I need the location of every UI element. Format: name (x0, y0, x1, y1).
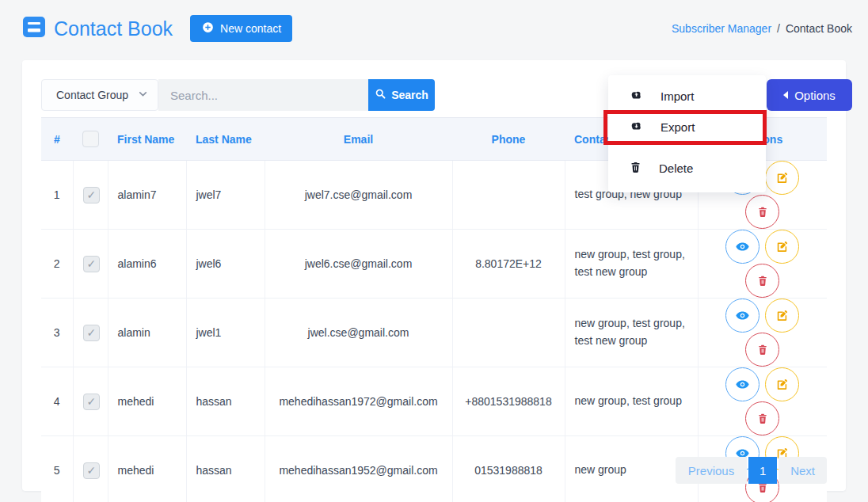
menu-item-delete-label: Delete (659, 162, 693, 175)
row-checkbox[interactable] (83, 462, 100, 479)
first-name-cell: mehedi (108, 367, 186, 436)
edit-icon (775, 309, 789, 322)
new-contact-label: New contact (220, 22, 281, 35)
row-checkbox[interactable] (83, 256, 100, 272)
view-button[interactable] (725, 367, 760, 401)
groups-cell: new group, test group, test new group (565, 299, 698, 367)
row-checkbox-cell (73, 299, 108, 367)
col-index: # (41, 118, 73, 161)
chevron-down-icon (138, 89, 148, 101)
pagination: Previous 1 Next (676, 457, 827, 484)
delete-button[interactable] (745, 264, 779, 298)
cloud-upload-icon (629, 88, 644, 105)
eye-icon (735, 239, 750, 254)
pagination-page-1[interactable]: 1 (748, 457, 777, 484)
edit-button[interactable] (765, 367, 799, 401)
first-name-cell: mehedi (108, 436, 186, 502)
edit-icon (775, 240, 789, 253)
pagination-next[interactable]: Next (779, 457, 827, 484)
options-button[interactable]: Options (767, 79, 852, 111)
new-contact-button[interactable]: New contact (190, 15, 292, 42)
pagination-previous[interactable]: Previous (676, 457, 747, 484)
row-checkbox[interactable] (83, 394, 100, 410)
delete-button[interactable] (745, 333, 779, 367)
brand: Contact Book (22, 15, 173, 42)
first-name-cell: alamin7 (108, 161, 186, 230)
menu-item-export[interactable]: Export (608, 112, 766, 143)
edit-button[interactable] (765, 299, 799, 333)
trash-icon (756, 344, 769, 356)
email-cell: jwel6.cse@gmail.com (265, 230, 452, 299)
last-name-cell: jwel6 (186, 230, 265, 299)
page-title: Contact Book (54, 17, 173, 40)
trash-icon (756, 206, 769, 219)
edit-button[interactable] (765, 230, 799, 264)
col-first-name: First Name (108, 118, 186, 161)
row-index: 3 (41, 299, 73, 367)
top-bar: Contact Book New contact Subscriber Mana… (0, 0, 868, 46)
groups-cell: new group, test group, test new group (565, 230, 698, 299)
eye-icon (735, 308, 750, 323)
view-button[interactable] (725, 299, 760, 333)
groups-cell: new group, test group (565, 367, 698, 436)
menu-item-export-label: Export (661, 120, 695, 134)
row-index: 5 (41, 436, 73, 502)
email-cell: jwel7.cse@gmail.com (265, 161, 452, 230)
menu-item-delete[interactable]: Delete (608, 153, 766, 184)
row-checkbox-cell (73, 367, 108, 436)
row-checkbox-cell (73, 436, 108, 502)
actions-cell (698, 299, 827, 367)
breadcrumb: Subscriber Manager / Contact Book (672, 22, 852, 35)
address-book-icon (22, 15, 46, 42)
search-button-label: Search (391, 89, 428, 101)
contact-group-select[interactable]: Contact Group (41, 79, 158, 111)
email-cell: mehedihassan1972@gmail.com (265, 367, 452, 436)
view-button[interactable] (725, 230, 760, 264)
breadcrumb-parent-link[interactable]: Subscriber Manager (672, 22, 771, 35)
delete-button[interactable] (745, 195, 779, 229)
search-icon (375, 88, 386, 102)
table-row: 3 alamin jwel1 jwel.cse@gmail.com new gr… (41, 299, 827, 367)
phone-cell: +8801531988818 (452, 367, 565, 436)
last-name-cell: hassan (186, 436, 265, 502)
row-index: 1 (41, 161, 73, 230)
trash-icon (756, 275, 769, 287)
eye-icon (735, 377, 750, 392)
edit-button[interactable] (765, 161, 799, 195)
row-checkbox[interactable] (83, 187, 100, 203)
phone-cell (452, 161, 565, 230)
breadcrumb-current: Contact Book (786, 22, 852, 35)
menu-item-import-label: Import (661, 89, 695, 103)
row-index: 2 (41, 230, 73, 299)
contact-group-select-value: Contact Group (56, 89, 128, 101)
col-last-name: Last Name (186, 118, 265, 161)
edit-icon (775, 171, 789, 184)
options-button-label: Options (794, 89, 836, 102)
email-cell: mehedihassan1952@gmail.com (265, 436, 452, 502)
col-phone: Phone (452, 118, 565, 161)
last-name-cell: jwel1 (186, 299, 265, 367)
phone-cell: 01531988818 (452, 436, 565, 502)
search-input[interactable] (158, 79, 368, 111)
select-all-checkbox[interactable] (82, 131, 99, 147)
trash-icon (629, 161, 642, 177)
options-dropdown-menu: Import Export Delete (608, 75, 766, 192)
search-button[interactable]: Search (368, 79, 435, 111)
first-name-cell: alamin6 (108, 230, 186, 299)
row-index: 4 (41, 367, 73, 436)
col-email: Email (265, 118, 452, 161)
table-row: 4 mehedi hassan mehedihassan1972@gmail.c… (41, 367, 827, 436)
last-name-cell: jwel7 (186, 161, 265, 230)
delete-button[interactable] (745, 401, 779, 435)
row-checkbox-cell (73, 230, 108, 299)
trash-icon (756, 413, 769, 425)
caret-left-icon (783, 91, 788, 99)
row-checkbox-cell (73, 161, 108, 230)
row-checkbox[interactable] (83, 325, 100, 341)
actions-cell (698, 230, 827, 299)
col-select-all (73, 118, 108, 161)
email-cell: jwel.cse@gmail.com (265, 299, 452, 367)
plus-circle-icon (201, 21, 215, 36)
menu-item-import[interactable]: Import (608, 81, 766, 112)
edit-icon (775, 378, 789, 391)
